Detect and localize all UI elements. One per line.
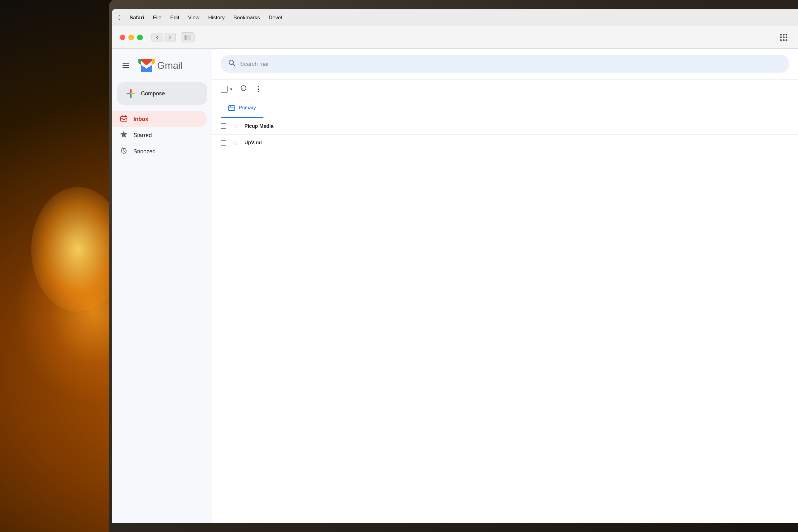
nav-buttons [152,33,176,42]
svg-marker-7 [121,132,127,137]
email-checkbox-2[interactable] [221,140,226,146]
gmail-search-toolbar: Search mail [212,49,798,79]
svg-rect-1 [187,35,191,40]
nav-item-starred[interactable]: Starred [112,127,207,144]
nav-item-snoozed[interactable]: Snoozed [112,144,207,159]
starred-label: Starred [133,132,152,139]
compose-label: Compose [141,90,165,97]
email-sender-1: Picup Media [244,124,307,129]
gmail-main-panel: Search mail ▾ ⋮ [212,49,798,522]
menu-develop[interactable]: Devel... [269,15,287,21]
email-list: ☆ Picup Media ☆ UpViral [212,118,798,522]
toolbar-actions: ▾ ⋮ [212,79,798,99]
select-all-area[interactable]: ▾ [221,86,232,93]
menu-history[interactable]: History [208,15,225,21]
hamburger-line-1 [122,63,129,63]
clock-icon [120,147,128,156]
gmail-content-area: Gmail Compose [112,49,798,522]
refresh-button[interactable] [240,84,247,94]
table-row[interactable]: ☆ UpViral [212,135,798,151]
menu-safari[interactable]: Safari [129,15,144,21]
safari-toolbar [112,26,798,49]
more-options-button[interactable]: ⋮ [255,85,262,93]
macos-menu-bar:  Safari File Edit View History Bookmark… [112,10,798,26]
gmail-logo: Gmail [138,59,182,72]
select-all-checkbox[interactable] [221,86,228,93]
snoozed-label: Snoozed [133,148,155,155]
star-button-1[interactable]: ☆ [232,122,238,130]
search-icon [228,59,236,69]
svg-rect-0 [185,35,186,40]
email-checkbox-1[interactable] [221,124,226,129]
fullscreen-button[interactable] [137,35,143,40]
search-bar[interactable]: Search mail [221,55,789,73]
menu-edit[interactable]: Edit [170,15,179,21]
tab-primary[interactable]: Primary [221,99,263,118]
sidebar-toggle-button[interactable] [181,33,194,42]
menu-bookmarks[interactable]: Bookmarks [233,15,260,21]
select-dropdown-arrow[interactable]: ▾ [230,87,232,92]
menu-file[interactable]: File [153,15,162,21]
gmail-m-icon [138,59,155,72]
star-button-2[interactable]: ☆ [232,139,238,147]
nav-item-inbox[interactable]: Inbox [112,111,207,127]
grid-icon [780,34,787,41]
minimize-button[interactable] [129,35,134,40]
tab-overview-button[interactable] [777,33,791,42]
primary-tab-label: Primary [239,105,256,111]
gmail-wordmark: Gmail [157,60,182,71]
table-row[interactable]: ☆ Picup Media [212,118,798,135]
primary-tab-icon [228,104,235,111]
gmail-sidebar: Gmail Compose [112,49,212,522]
inbox-label: Inbox [133,116,148,122]
search-placeholder-text: Search mail [240,61,270,67]
traffic-lights [120,35,143,40]
compose-plus-icon [126,89,136,98]
gmail-header: Gmail [112,55,212,82]
hamburger-line-3 [122,67,129,68]
email-sender-2: UpViral [244,140,307,146]
forward-button[interactable] [164,33,176,42]
apple-menu[interactable]:  [118,14,121,21]
back-button[interactable] [152,33,163,42]
inbox-icon [120,115,128,124]
compose-button[interactable]: Compose [117,82,207,105]
laptop-screen:  Safari File Edit View History Bookmark… [112,10,798,522]
svg-rect-11 [228,106,235,111]
menu-view[interactable]: View [188,15,200,21]
svg-line-10 [233,64,235,66]
close-button[interactable] [120,35,125,40]
gmail-tabs: Primary [212,99,798,118]
star-icon [120,131,128,140]
hamburger-line-2 [122,65,129,66]
hamburger-menu-button[interactable] [118,58,133,73]
